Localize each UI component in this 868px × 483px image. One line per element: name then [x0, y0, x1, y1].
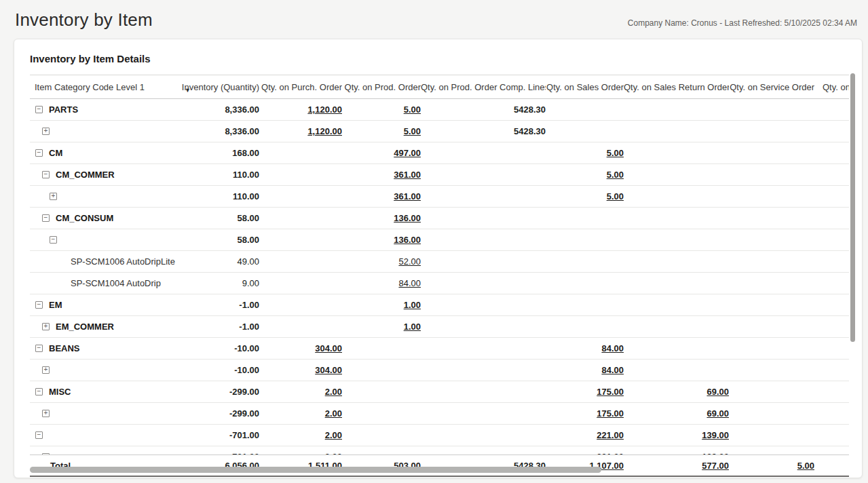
value-cell-purch: 304.00 — [259, 365, 342, 375]
column-header-purch[interactable]: Qty. on Purch. Order — [259, 82, 342, 92]
value-cell-purch: 304.00 — [259, 343, 342, 353]
value-cell-inventory: -10.00 — [179, 343, 259, 353]
column-header-sales[interactable]: Qty. on Sales Order — [546, 82, 624, 92]
value-cell-salesret: 139.00 — [624, 452, 729, 455]
drilldown-link[interactable]: 221.00 — [597, 430, 624, 440]
drilldown-link[interactable]: 2.00 — [325, 387, 342, 397]
table-row: −MISC-299.002.00175.0069.00 — [30, 381, 849, 403]
category-cell: −EM — [30, 300, 179, 310]
value-cell-inventory: -299.00 — [179, 408, 259, 419]
table-row: +-10.00304.0084.00 — [30, 360, 849, 381]
horizontal-scrollbar[interactable] — [30, 467, 849, 474]
drilldown-link[interactable]: 1,120.00 — [307, 126, 342, 136]
table-row: +110.00361.005.00 — [30, 186, 849, 208]
drilldown-link[interactable]: 84.00 — [398, 278, 421, 288]
category-cell: − — [30, 431, 179, 439]
drilldown-link[interactable]: 2.00 — [325, 430, 342, 440]
expand-toggle-icon[interactable]: + — [42, 366, 50, 374]
category-cell: SP-SCM1004 AutoDrip — [30, 278, 179, 288]
drilldown-link[interactable]: 2.00 — [325, 408, 342, 419]
column-header-prod[interactable]: Qty. on Prod. Order — [342, 82, 421, 92]
collapse-toggle-icon[interactable]: − — [35, 431, 43, 439]
collapse-toggle-icon[interactable]: − — [35, 388, 43, 395]
category-label: PARTS — [49, 104, 78, 115]
drilldown-link[interactable]: 84.00 — [601, 343, 624, 353]
cell-value: 110.00 — [233, 191, 259, 201]
drilldown-link[interactable]: 5.00 — [607, 148, 624, 158]
drilldown-link[interactable]: 136.00 — [394, 235, 421, 245]
drilldown-link[interactable]: 1,120.00 — [307, 104, 342, 115]
drilldown-link[interactable]: 84.00 — [601, 365, 624, 375]
category-cell: −BEANS — [30, 343, 179, 353]
horizontal-scrollbar-thumb[interactable] — [30, 467, 601, 473]
collapse-toggle-icon[interactable]: − — [35, 301, 43, 309]
value-cell-prod: 136.00 — [342, 235, 421, 245]
value-cell-comp: 5428.30 — [421, 104, 546, 115]
collapse-toggle-icon[interactable]: − — [35, 345, 43, 352]
drilldown-link[interactable]: 136.00 — [394, 213, 421, 223]
drilldown-link[interactable]: 1.00 — [404, 322, 421, 332]
value-cell-inventory: 58.00 — [179, 213, 259, 223]
table-row: −EM-1.001.00 — [30, 294, 849, 316]
collapse-toggle-icon[interactable]: − — [42, 214, 50, 222]
collapse-toggle-icon[interactable]: − — [35, 149, 43, 157]
inventory-table: Item Category Code Level 1Inventory (Qua… — [30, 75, 849, 477]
table-row: −BEANS-10.00304.0084.00 — [30, 338, 849, 360]
drilldown-link[interactable]: 361.00 — [394, 191, 421, 201]
column-header-category[interactable]: Item Category Code Level 1 — [30, 82, 179, 92]
expand-toggle-icon[interactable]: + — [42, 323, 50, 330]
value-cell-sales: 5.00 — [546, 170, 624, 180]
value-cell-inventory: 58.00 — [179, 235, 259, 245]
cell-value: -299.00 — [229, 387, 259, 397]
drilldown-link[interactable]: 221.00 — [597, 452, 624, 455]
drilldown-link[interactable]: 5.00 — [404, 126, 421, 136]
column-header-inventory[interactable]: Inventory (Quantity)▼ — [179, 82, 259, 92]
drilldown-link[interactable]: 139.00 — [702, 452, 729, 455]
table-row: −CM168.00497.005.00 — [30, 142, 849, 164]
collapse-toggle-icon[interactable]: − — [42, 171, 50, 178]
cell-value: 110.00 — [233, 170, 259, 180]
value-cell-prod: 1.00 — [342, 322, 421, 332]
drilldown-link[interactable]: 304.00 — [315, 343, 342, 353]
drilldown-link[interactable]: 1.00 — [404, 300, 421, 310]
expand-toggle-icon[interactable]: + — [42, 128, 50, 135]
value-cell-sales: 84.00 — [546, 365, 624, 375]
drilldown-link[interactable]: 361.00 — [394, 170, 421, 180]
drilldown-link[interactable]: 175.00 — [597, 408, 624, 419]
page-title: Inventory by Item — [15, 9, 153, 31]
table-row: SP-SCM1006 AutoDripLite49.0052.00 — [30, 251, 849, 273]
drilldown-link[interactable]: 5.00 — [404, 104, 421, 115]
value-cell-sales: 175.00 — [546, 387, 624, 397]
column-header-service[interactable]: Qty. on Service Order — [729, 82, 814, 92]
category-cell: + — [30, 366, 179, 374]
collapse-toggle-icon[interactable]: − — [50, 236, 57, 244]
drilldown-link[interactable]: 497.00 — [394, 148, 421, 158]
value-cell-prod: 361.00 — [342, 191, 421, 201]
column-header-more[interactable]: Qty. on — [814, 82, 849, 92]
drilldown-link[interactable]: 69.00 — [706, 387, 729, 397]
expand-toggle-icon[interactable]: + — [42, 410, 50, 417]
drilldown-link[interactable]: 304.00 — [315, 365, 342, 375]
drilldown-link[interactable]: 2.00 — [325, 452, 342, 455]
expand-toggle-icon[interactable]: + — [50, 193, 57, 200]
value-cell-inventory: 8,336.00 — [179, 126, 259, 136]
category-label: EM_COMMER — [56, 322, 114, 332]
drilldown-link[interactable]: 5.00 — [607, 170, 624, 180]
drilldown-link[interactable]: 5.00 — [607, 191, 624, 201]
collapse-toggle-icon[interactable]: − — [35, 106, 43, 113]
column-header-salesret[interactable]: Qty. on Sales Return Order — [624, 82, 729, 92]
value-cell-salesret: 69.00 — [624, 408, 729, 419]
drilldown-link[interactable]: 175.00 — [597, 387, 624, 397]
value-cell-inventory: -701.00 — [179, 430, 259, 440]
value-cell-prod: 52.00 — [342, 256, 421, 267]
vertical-scrollbar-thumb[interactable] — [850, 73, 855, 342]
table-row: +-299.002.00175.0069.00 — [30, 403, 849, 425]
drilldown-link[interactable]: 69.00 — [706, 408, 729, 419]
vertical-scrollbar[interactable] — [850, 73, 856, 436]
collapse-toggle-icon[interactable]: − — [42, 453, 50, 455]
drilldown-link[interactable]: 52.00 — [398, 256, 421, 267]
drilldown-link[interactable]: 139.00 — [702, 430, 729, 440]
column-header-comp[interactable]: Qty. on Prod. Order Comp. Lines — [421, 82, 546, 92]
value-cell-inventory: -1.00 — [179, 322, 259, 332]
value-cell-prod: 5.00 — [342, 126, 421, 136]
